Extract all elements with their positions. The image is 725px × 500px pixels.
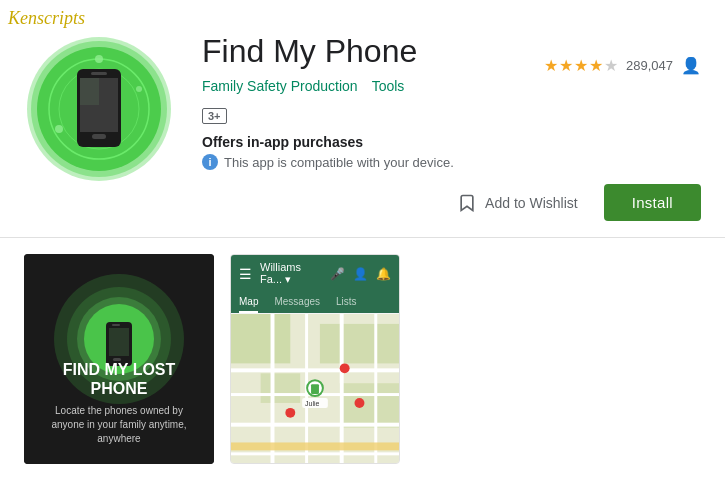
map-tabs: Map Messages Lists: [231, 292, 399, 313]
screenshot-1-subtitle: Locate the phones owned by anyone in you…: [44, 404, 194, 446]
compatible-text: This app is compatible with your device.: [224, 155, 454, 170]
svg-rect-26: [261, 374, 301, 404]
svg-rect-11: [80, 78, 99, 105]
svg-rect-32: [271, 314, 275, 464]
age-badge: 3+: [202, 108, 227, 124]
svg-point-40: [355, 398, 365, 408]
map-app-title: Williams Fa... ▾: [260, 261, 322, 286]
compatible-row: i This app is compatible with your devic…: [202, 154, 701, 170]
app-category[interactable]: Tools: [372, 78, 405, 94]
svg-rect-21: [112, 324, 120, 326]
svg-rect-28: [231, 369, 399, 373]
star-3: ★: [574, 56, 588, 75]
add-to-wishlist-button[interactable]: Add to Wishlist: [447, 187, 588, 219]
tab-messages[interactable]: Messages: [274, 292, 320, 313]
tab-lists[interactable]: Lists: [336, 292, 357, 313]
app-info: Find My Phone Family Safety Production T…: [202, 24, 701, 221]
microphone-icon: 🎤: [330, 267, 345, 281]
svg-rect-36: [231, 443, 399, 451]
offers-iap: Offers in-app purchases: [202, 134, 701, 150]
svg-point-7: [136, 86, 142, 92]
map-app-header: ☰ Williams Fa... ▾ 🎤 👤 🔔: [231, 255, 399, 292]
person-add-icon: 👤: [353, 267, 368, 281]
bookmark-icon: [457, 193, 477, 213]
svg-rect-12: [91, 72, 107, 75]
info-icon: i: [202, 154, 218, 170]
svg-point-6: [55, 125, 63, 133]
screenshots-section: FIND MY LOSTPHONE Locate the phones owne…: [0, 254, 725, 464]
star-rating: ★ ★ ★ ★ ★: [544, 56, 618, 75]
svg-rect-30: [231, 423, 399, 427]
svg-rect-13: [92, 134, 106, 139]
app-icon: [24, 34, 174, 184]
screenshot-1-content: FIND MY LOSTPHONE Locate the phones owne…: [44, 360, 194, 446]
person-icon: 👤: [681, 56, 701, 75]
star-5: ★: [604, 56, 618, 75]
install-button[interactable]: Install: [604, 184, 701, 221]
svg-point-39: [340, 364, 350, 374]
screenshot-1-title: FIND MY LOSTPHONE: [44, 360, 194, 398]
svg-rect-34: [340, 314, 344, 464]
screenshot-1: FIND MY LOSTPHONE Locate the phones owne…: [24, 254, 214, 464]
star-2: ★: [559, 56, 573, 75]
rating-count: 289,047: [626, 58, 673, 73]
svg-rect-38: [311, 385, 319, 395]
svg-point-5: [95, 55, 103, 63]
svg-rect-31: [231, 453, 399, 456]
star-1: ★: [544, 56, 558, 75]
rating-row: ★ ★ ★ ★ ★ 289,047 👤: [544, 56, 701, 75]
star-4: ★: [589, 56, 603, 75]
svg-rect-20: [109, 328, 129, 356]
hamburger-icon: ☰: [239, 266, 252, 282]
svg-rect-24: [231, 314, 290, 363]
meta-and-rating: Family Safety Production Tools ★ ★ ★ ★ ★…: [202, 78, 701, 102]
action-row: Add to Wishlist Install: [202, 184, 701, 221]
svg-rect-27: [340, 384, 399, 428]
watermark-logo: Kenscripts: [8, 8, 85, 29]
app-header: Find My Phone Family Safety Production T…: [0, 0, 725, 237]
wishlist-label: Add to Wishlist: [485, 195, 578, 211]
app-meta-row: Family Safety Production Tools: [202, 78, 404, 94]
age-badge-row: 3+: [202, 106, 701, 124]
tab-map[interactable]: Map: [239, 292, 258, 313]
developer-name[interactable]: Family Safety Production: [202, 78, 358, 94]
svg-point-41: [285, 408, 295, 418]
svg-rect-35: [374, 314, 377, 464]
bell-icon: 🔔: [376, 267, 391, 281]
section-divider: [0, 237, 725, 238]
svg-text:Julie: Julie: [305, 400, 319, 407]
map-header-icons: 🎤 👤 🔔: [330, 267, 391, 281]
map-body: Julie: [231, 313, 399, 464]
screenshot-2: ☰ Williams Fa... ▾ 🎤 👤 🔔 Map Messages Li…: [230, 254, 400, 464]
svg-rect-25: [320, 324, 399, 364]
map-background: Julie: [231, 313, 399, 464]
